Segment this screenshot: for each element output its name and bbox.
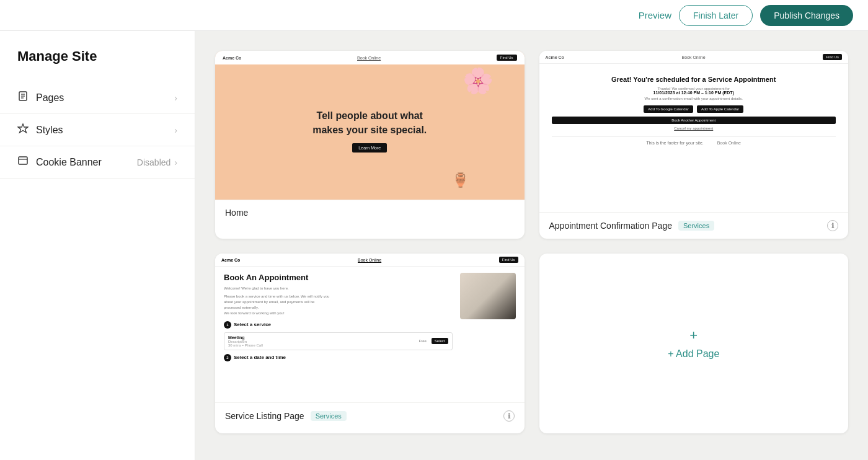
service-preview-image-inner xyxy=(460,273,516,319)
cookie-banner-right: Disabled › xyxy=(137,157,177,167)
svg-marker-4 xyxy=(18,124,28,133)
finish-later-button[interactable]: Finish Later xyxy=(679,5,753,26)
service-card-footer: Service Listing Page Services ℹ xyxy=(215,402,525,429)
service-preview-right xyxy=(460,273,516,361)
add-page-inner: + + Add Page xyxy=(668,327,719,360)
service-card-footer-left: Service Listing Page Services xyxy=(225,411,347,421)
sidebar-item-styles-label: Styles xyxy=(36,125,63,136)
sidebar-title: Manage Site xyxy=(0,48,195,82)
service-preview-body: Book An Appointment Welcome! We're glad … xyxy=(215,267,525,368)
meeting-select-btn: Select xyxy=(432,338,448,344)
service-info-icon[interactable]: ℹ xyxy=(503,410,515,422)
service-preview-desc1: Please book a service and time with us b… xyxy=(224,294,453,316)
add-google-calendar-btn: Add To Google Calendar xyxy=(644,105,693,113)
home-preview-cta-btn: Learn More xyxy=(352,143,387,153)
appointment-preview-body: Great! You're scheduled for a Service Ap… xyxy=(539,64,849,153)
add-page-plus-icon: + xyxy=(689,327,698,343)
styles-chevron-icon: › xyxy=(174,125,177,135)
home-page-name: Home xyxy=(225,208,248,218)
appointment-preview-date: 11/01/2023 at 12:40 PM – 1:10 PM (EDT) xyxy=(552,91,836,95)
add-apple-calendar-btn: Add To Apple Calendar xyxy=(697,105,743,113)
sidebar-item-cookie-banner[interactable]: Cookie Banner Disabled › xyxy=(0,146,195,179)
appointment-confirmation-card[interactable]: Acme Co Book Online Find Us Great! You'r… xyxy=(539,51,849,239)
appt-preview-nav-link: Book Online xyxy=(682,55,706,60)
appointment-preview-calendar-btns: Add To Google Calendar Add To Apple Cale… xyxy=(552,105,836,113)
topbar: Preview Finish Later Publish Changes xyxy=(0,0,868,31)
meeting-info: Meeting Description 30 mins • Phone Call xyxy=(228,335,263,347)
sidebar-item-pages[interactable]: Pages › xyxy=(0,82,195,114)
appt-preview-logo: Acme Co xyxy=(546,55,564,60)
cookie-banner-icon xyxy=(17,155,29,169)
sidebar-item-styles-left: Styles xyxy=(17,123,63,137)
service-preview-meeting-row: Meeting Description 30 mins • Phone Call… xyxy=(224,332,453,350)
home-preview-find-us: Find Us xyxy=(497,55,517,61)
pages-icon xyxy=(17,91,29,105)
preview-link[interactable]: Preview xyxy=(639,10,671,20)
service-preview-nav: Acme Co Book Online Find Us xyxy=(215,254,525,267)
appointment-page-tag: Services xyxy=(678,221,714,231)
service-preview-step1: 1 Select a service xyxy=(224,321,453,329)
pages-grid: Acme Co Book Online Find Us Tell people … xyxy=(195,31,868,460)
appointment-footer-link: Book Online xyxy=(717,141,741,145)
meeting-price: Free xyxy=(418,339,426,343)
service-preview-left: Book An Appointment Welcome! We're glad … xyxy=(224,273,453,361)
home-page-preview: Acme Co Book Online Find Us Tell people … xyxy=(215,51,525,200)
step1-number: 1 xyxy=(224,321,231,329)
home-preview-nav: Acme Co Book Online Find Us xyxy=(215,51,525,64)
meeting-duration: 30 mins • Phone Call xyxy=(228,343,263,347)
service-page-tag: Services xyxy=(311,411,347,421)
appt-preview-find-us: Find Us xyxy=(823,54,842,60)
sidebar-item-cookie-banner-left: Cookie Banner xyxy=(17,155,102,169)
sidebar-item-cookie-banner-label: Cookie Banner xyxy=(36,157,102,168)
styles-icon xyxy=(17,123,29,137)
home-preview-body: Tell people about what makes your site s… xyxy=(215,64,525,197)
appointment-preview: Acme Co Book Online Find Us Great! You'r… xyxy=(539,51,849,212)
home-page-card[interactable]: Acme Co Book Online Find Us Tell people … xyxy=(215,51,525,239)
step1-label: Select a service xyxy=(234,322,271,327)
appointment-preview-footer: This is the footer for your site. Book O… xyxy=(552,136,836,145)
appointment-card-footer-left: Appointment Confirmation Page Services xyxy=(549,221,715,231)
appointment-card-footer: Appointment Confirmation Page Services ℹ xyxy=(539,212,849,239)
meeting-actions: Free Select xyxy=(418,338,448,344)
home-preview-heading: Tell people about what makes your site s… xyxy=(308,109,432,137)
add-page-label: + Add Page xyxy=(668,348,719,360)
appointment-preview-nav: Acme Co Book Online Find Us xyxy=(539,51,849,64)
step2-number: 2 xyxy=(224,354,231,361)
service-preview-logo: Acme Co xyxy=(221,258,240,262)
appointment-footer-text: This is the footer for your site. xyxy=(647,141,704,145)
cookie-banner-chevron-icon: › xyxy=(174,157,177,167)
service-preview-find-us: Find Us xyxy=(499,257,518,263)
add-page-card[interactable]: + + Add Page xyxy=(539,254,849,433)
cancel-appointment-link: Cancel my appointment xyxy=(552,126,836,130)
service-listing-preview: Acme Co Book Online Find Us Book An Appo… xyxy=(215,254,525,402)
service-preview-heading: Book An Appointment xyxy=(224,273,453,283)
appointment-info-icon[interactable]: ℹ xyxy=(827,220,838,231)
svg-rect-5 xyxy=(19,157,27,164)
meeting-name: Meeting xyxy=(228,335,263,340)
sidebar-item-styles[interactable]: Styles › xyxy=(0,114,195,146)
service-page-name: Service Listing Page xyxy=(225,411,304,421)
pages-chevron-icon: › xyxy=(174,93,177,103)
appointment-preview-email-text: We sent a confirmation email with your a… xyxy=(552,97,836,100)
sidebar-item-pages-left: Pages xyxy=(17,91,64,105)
book-another-appointment-btn: Book Another Appointment xyxy=(552,117,836,124)
service-preview-image xyxy=(460,273,516,319)
publish-changes-button[interactable]: Publish Changes xyxy=(760,5,853,26)
appointment-preview-heading: Great! You're scheduled for a Service Ap… xyxy=(552,75,836,84)
appointment-page-name: Appointment Confirmation Page xyxy=(549,221,672,231)
cookie-banner-status: Disabled xyxy=(137,157,170,167)
home-preview-logo: Acme Co xyxy=(223,56,241,60)
sidebar: Manage Site Pages › xyxy=(0,31,195,460)
home-page-card-footer-left: Home xyxy=(225,208,248,218)
service-preview-step2: 2 Select a date and time xyxy=(224,354,453,361)
sidebar-item-pages-label: Pages xyxy=(36,92,64,104)
home-page-card-footer: Home xyxy=(215,200,525,225)
service-preview-welcome: Welcome! We're glad to have you here. xyxy=(224,286,453,291)
step2-label: Select a date and time xyxy=(234,355,286,360)
service-listing-card[interactable]: Acme Co Book Online Find Us Book An Appo… xyxy=(215,254,525,433)
home-preview-nav-link: Book Online xyxy=(357,56,381,60)
service-preview-nav-link: Book Online xyxy=(358,258,381,262)
main-layout: Manage Site Pages › xyxy=(0,31,868,460)
